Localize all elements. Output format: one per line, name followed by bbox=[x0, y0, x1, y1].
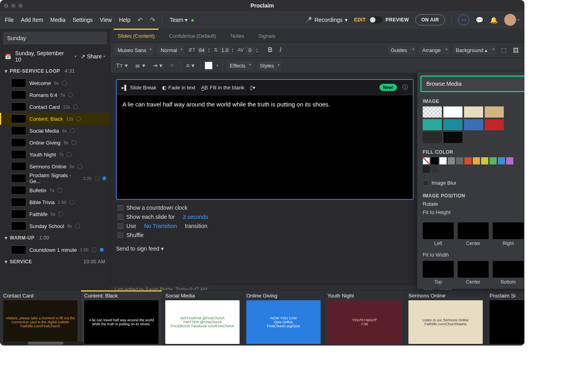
menu-view[interactable]: View bbox=[100, 17, 112, 23]
browse-media-button[interactable]: Browse Media bbox=[420, 75, 524, 92]
edit-preview-toggle[interactable] bbox=[369, 16, 383, 23]
position-option[interactable]: Right bbox=[493, 222, 524, 246]
slide-item[interactable]: Romans 6:45s bbox=[0, 89, 110, 101]
font-size-input[interactable]: ⇵T 84 ▴▾ bbox=[188, 46, 210, 54]
opt-transition[interactable]: Use No Transition transition bbox=[118, 223, 414, 229]
fill-color-swatch[interactable] bbox=[423, 157, 430, 164]
window-controls[interactable] bbox=[4, 4, 23, 8]
position-option[interactable]: Top bbox=[423, 261, 454, 285]
slide-item[interactable]: Welcome5s bbox=[0, 77, 110, 89]
fade-text-button[interactable]: ◐Fade in text bbox=[162, 85, 195, 91]
filmstrip-item[interactable]: Online GivingNOW YOU CANGive OnlineFirst… bbox=[243, 290, 324, 346]
menu-add-item[interactable]: Add Item bbox=[21, 17, 43, 23]
chat-icon[interactable]: 💬 bbox=[476, 16, 484, 24]
bg-image-thumb[interactable] bbox=[423, 106, 442, 118]
bg-image-thumb[interactable] bbox=[485, 106, 504, 118]
slide-item[interactable]: Countdown 1 minute1:00 bbox=[0, 244, 110, 256]
rotate-label[interactable]: Rotate bbox=[423, 201, 524, 207]
tracking-input[interactable]: AV 0 ▴▾ bbox=[238, 46, 258, 54]
text-transform-button[interactable]: Tᴛ ▾ bbox=[114, 60, 130, 71]
bg-image-thumb[interactable] bbox=[423, 119, 442, 130]
user-avatar[interactable]: ▾ bbox=[504, 14, 520, 26]
fill-color-swatch[interactable] bbox=[431, 157, 438, 164]
fill-blank-button[interactable]: A̲BFill in the blank bbox=[201, 85, 244, 91]
more-menu-icon[interactable]: ⋯ bbox=[458, 14, 469, 25]
indent-button[interactable]: ⇥ ▾ bbox=[151, 60, 164, 71]
image-box-icon[interactable]: 🖼 bbox=[511, 45, 520, 55]
line-height-input[interactable]: ⇅ 1.0 ▴▾ bbox=[214, 46, 234, 54]
slide-item[interactable]: Sunday School8s bbox=[0, 220, 110, 232]
filmstrip-item[interactable]: Contact CardVisitors, please take a mome… bbox=[0, 290, 81, 346]
bg-image-thumb[interactable] bbox=[443, 119, 462, 130]
send-to-sign-feed[interactable]: Send to sign feed ▾ bbox=[116, 243, 414, 254]
bg-image-thumb[interactable] bbox=[423, 132, 442, 143]
slide-item[interactable]: Content: Black12s bbox=[0, 113, 110, 125]
text-direction-button[interactable]: ▯▾ bbox=[250, 85, 255, 91]
slide-item[interactable]: Contact Card12s bbox=[0, 101, 110, 113]
text-box-icon[interactable]: ⬚ bbox=[499, 45, 508, 55]
info-icon[interactable]: ⓘ bbox=[402, 84, 408, 91]
redo-icon[interactable]: ↷ bbox=[150, 16, 155, 24]
tab-confidence[interactable]: Confidence (Default) bbox=[165, 29, 220, 42]
fill-color-swatch[interactable] bbox=[506, 157, 513, 164]
font-weight-select[interactable]: Normal bbox=[157, 46, 184, 55]
slide-item[interactable]: Faithlife5s bbox=[0, 208, 110, 220]
position-option[interactable]: Left bbox=[423, 222, 454, 246]
slide-item[interactable]: Social Media6s bbox=[0, 125, 110, 137]
bg-image-thumb[interactable] bbox=[485, 119, 504, 130]
styles-select[interactable]: Styles bbox=[257, 61, 281, 70]
tab-signals[interactable]: Signals bbox=[254, 29, 279, 42]
slide-item[interactable]: Online Giving9s bbox=[0, 137, 110, 149]
on-air-button[interactable]: ON AIR bbox=[415, 14, 445, 25]
undo-icon[interactable]: ↶ bbox=[137, 16, 143, 24]
bell-icon[interactable]: 🔔 bbox=[490, 16, 498, 24]
filmstrip-item[interactable]: Proclaim Si bbox=[486, 290, 524, 346]
text-color-swatch[interactable] bbox=[205, 62, 213, 70]
menu-settings[interactable]: Settings bbox=[73, 17, 93, 23]
fill-color-swatch[interactable] bbox=[448, 157, 455, 164]
filmstrip-item[interactable]: Content: BlackA lie can travel half way … bbox=[81, 290, 162, 346]
slide-item[interactable]: Sermons Online5s bbox=[0, 160, 110, 172]
fill-color-swatch[interactable] bbox=[473, 157, 480, 164]
date-picker[interactable]: Sunday, September 10 bbox=[15, 50, 71, 63]
arrange-button[interactable]: Arrange bbox=[419, 46, 449, 55]
background-button[interactable]: Background ▴ bbox=[453, 46, 496, 55]
presentation-name-input[interactable]: Sunday bbox=[3, 32, 107, 44]
fill-color-swatch[interactable] bbox=[456, 157, 463, 164]
list-button[interactable]: ≣ ▾ bbox=[133, 60, 147, 71]
bg-image-thumb[interactable] bbox=[464, 119, 483, 130]
fill-color-swatch[interactable] bbox=[439, 157, 447, 164]
position-option[interactable]: Center bbox=[458, 222, 489, 246]
opt-each-slide[interactable]: Show each slide for 3 seconds bbox=[118, 214, 414, 220]
opt-countdown[interactable]: Show a countdown clock bbox=[118, 205, 414, 211]
slide-break-button[interactable]: ▸▌Slide Break bbox=[122, 85, 157, 91]
menu-media[interactable]: Media bbox=[50, 17, 66, 23]
section-header[interactable]: ▾SERVICE10:00 AM bbox=[0, 256, 110, 268]
opt-shuffle[interactable]: Shuffle bbox=[118, 232, 414, 238]
tab-notes[interactable]: Notes bbox=[226, 29, 248, 42]
position-option[interactable]: Bottom bbox=[493, 261, 524, 285]
menu-file[interactable]: File bbox=[5, 17, 14, 23]
filmstrip-item[interactable]: Sermons OnlineListen to our Sermons Onli… bbox=[405, 290, 486, 346]
fill-color-swatch[interactable] bbox=[498, 157, 505, 164]
section-header[interactable]: ▾WARM-UP1:00 bbox=[0, 232, 110, 244]
filmstrip-scrollbar[interactable] bbox=[4, 342, 83, 345]
position-option[interactable]: Center bbox=[458, 261, 489, 285]
tab-slides[interactable]: Slides (Content) bbox=[114, 29, 159, 42]
slide-text-content[interactable]: A lie can travel half way around the wor… bbox=[117, 95, 413, 199]
share-button[interactable]: ↗ Share ▾ bbox=[81, 53, 105, 60]
menu-help[interactable]: Help bbox=[119, 17, 130, 23]
font-family-select[interactable]: Museo Sans bbox=[114, 46, 153, 55]
bg-image-thumb[interactable] bbox=[443, 106, 462, 118]
image-blur-checkbox[interactable] bbox=[423, 180, 428, 186]
fill-color-swatch[interactable] bbox=[481, 157, 488, 164]
bg-image-thumb[interactable] bbox=[464, 106, 483, 118]
menu-team[interactable]: Team ▾ ● bbox=[170, 17, 194, 23]
section-header[interactable]: ▾PRE-SERVICE LOOP4:31 bbox=[0, 65, 110, 77]
bg-image-thumb[interactable] bbox=[443, 132, 462, 143]
slide-item[interactable]: Bible Trivia1:50 bbox=[0, 196, 110, 208]
slide-item[interactable]: Bulletin7s bbox=[0, 184, 110, 196]
recordings-button[interactable]: 🎤 Recordings ▾ bbox=[305, 17, 348, 23]
slide-item[interactable]: Youth Night7s bbox=[0, 149, 110, 160]
guides-button[interactable]: Guides bbox=[388, 46, 416, 55]
